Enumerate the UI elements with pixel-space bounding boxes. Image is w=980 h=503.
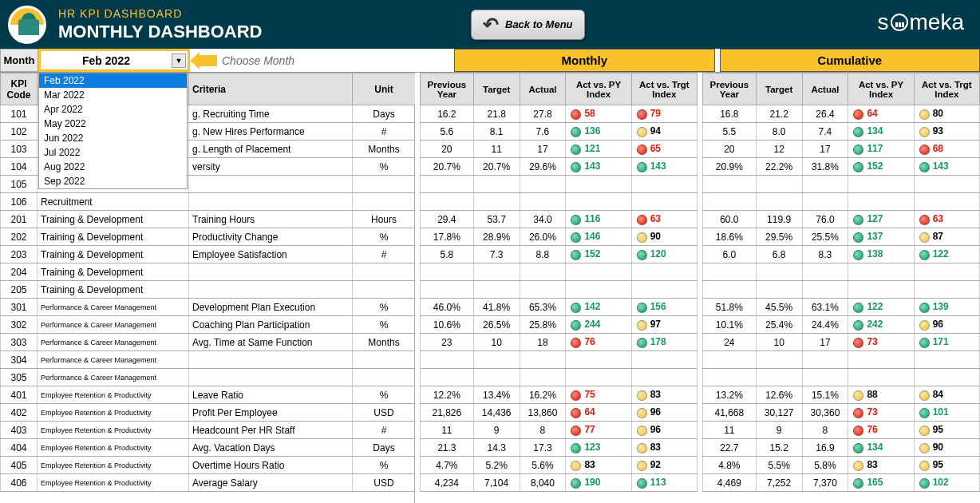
unit-cell: % [353, 158, 416, 176]
month-select[interactable]: Feb 2022 ▼ Feb 2022Mar 2022Apr 2022May 2… [38, 49, 190, 72]
value-cell: 18.6% [703, 228, 757, 246]
status-dot-icon [637, 162, 647, 172]
value-cell [473, 281, 520, 299]
chevron-down-icon[interactable]: ▼ [172, 53, 186, 68]
value-cell: 21.3 [421, 439, 474, 457]
table-row: 205 Training & Development [1, 281, 416, 299]
table-row: 17.8%28.9%26.0%14690 [421, 228, 697, 246]
month-option[interactable]: Apr 2022 [39, 102, 187, 117]
value-cell: 24.4% [802, 316, 848, 334]
unit-cell: USD [353, 474, 416, 492]
status-dot-icon [637, 215, 647, 225]
criteria-cell [189, 281, 353, 299]
status-dot-icon [853, 426, 863, 436]
status-dot-icon [919, 390, 930, 401]
month-option[interactable]: Aug 2022 [39, 160, 187, 174]
index-cell: 92 [631, 457, 697, 474]
index-cell: 80 [914, 105, 979, 123]
value-cell: 21.2 [756, 105, 802, 123]
table-row: 21,82614,43613,8606496 [421, 404, 697, 422]
value-cell: 7,370 [802, 474, 848, 492]
status-dot-icon [637, 461, 647, 471]
value-cell [756, 193, 802, 211]
header-prev-year-c: Previous Year [703, 73, 757, 105]
table-row: 16.221.827.85879 [421, 105, 697, 123]
header-subtitle: HR KPI DASHBOARD [58, 7, 262, 20]
table-row: 20121711768 [703, 141, 980, 158]
value-cell: 15.1% [802, 386, 848, 404]
status-dot-icon [919, 461, 930, 471]
index-cell: 134 [848, 439, 914, 457]
index-cell: 75 [566, 386, 631, 404]
value-cell: 13.4% [473, 386, 520, 404]
month-option[interactable]: Feb 2022 [39, 73, 187, 88]
header-titles: HR KPI DASHBOARD MONTHLY DASHBOARD [58, 7, 262, 42]
value-cell: 14.3 [473, 439, 520, 457]
back-to-menu-button[interactable]: ↶ Back to Menu [471, 10, 585, 40]
table-row [703, 369, 980, 386]
index-cell: 77 [566, 422, 631, 439]
header-kpi-code: KPI Code [1, 73, 38, 105]
criteria-cell: Training Hours [189, 211, 353, 228]
criteria-cell: Productivity Change [189, 228, 353, 246]
value-cell: 5.8 [421, 246, 474, 263]
value-cell: 4,234 [421, 474, 474, 492]
value-cell: 24 [703, 334, 757, 351]
status-dot-icon [853, 162, 863, 172]
table-row: 201 Training & Development Training Hour… [1, 211, 416, 228]
table-row: 404 Employee Retention & Productivity Av… [1, 439, 416, 457]
status-dot-icon [637, 408, 647, 418]
value-cell: 16.2 [421, 105, 474, 123]
table-row [703, 351, 980, 369]
table-row: 304 Performance & Career Management [1, 351, 416, 369]
value-cell: 9 [756, 422, 802, 439]
department-cell: Training & Development [38, 211, 189, 228]
header-target-c: Target [756, 73, 802, 105]
month-option[interactable]: Sep 2022 [39, 174, 187, 188]
index-cell: 117 [848, 141, 914, 158]
value-cell: 5.6 [421, 123, 474, 141]
value-cell: 8,040 [520, 474, 566, 492]
status-dot-icon [571, 232, 581, 243]
kpi-code-cell: 106 [1, 193, 38, 211]
index-cell: 139 [914, 299, 979, 316]
unit-cell [353, 263, 416, 281]
header-act-vs-py: Act vs. PY Index [566, 73, 631, 105]
value-cell [473, 193, 520, 211]
status-dot-icon [571, 215, 581, 225]
value-cell: 5.5 [703, 123, 757, 141]
value-cell: 25.8% [520, 316, 566, 334]
cumulative-tab: Cumulative [720, 49, 980, 72]
value-cell [802, 369, 848, 386]
month-option[interactable]: Jun 2022 [39, 131, 187, 145]
month-dropdown-list[interactable]: Feb 2022Mar 2022Apr 2022May 2022Jun 2022… [38, 73, 188, 189]
index-cell: 171 [914, 334, 979, 351]
value-cell: 5.5% [756, 457, 802, 474]
logo-chart-icon [891, 14, 908, 31]
unit-cell [353, 281, 416, 299]
status-dot-icon [853, 303, 863, 313]
index-cell: 152 [566, 246, 631, 263]
month-option[interactable]: Mar 2022 [39, 88, 187, 102]
table-row: 5.58.07.413493 [703, 123, 980, 141]
value-cell [756, 369, 802, 386]
status-dot-icon [571, 461, 581, 471]
department-cell: Performance & Career Management [38, 316, 189, 334]
kpi-code-cell: 205 [1, 281, 38, 299]
header-act-vs-trgt: Act vs. Trgt Index [631, 73, 697, 105]
criteria-cell: g. Recruiting Time [189, 105, 353, 123]
value-cell [802, 193, 848, 211]
status-dot-icon [571, 320, 581, 331]
kpi-code-cell: 105 [1, 176, 38, 193]
month-option[interactable]: May 2022 [39, 117, 187, 131]
status-dot-icon [853, 443, 863, 453]
table-row: 303 Performance & Career Management Avg.… [1, 334, 416, 351]
status-dot-icon [571, 408, 581, 418]
table-row: 4,4697,2527,370165102 [703, 474, 980, 492]
value-cell [421, 176, 474, 193]
month-option[interactable]: Jul 2022 [39, 145, 187, 160]
unit-cell: Days [353, 439, 416, 457]
value-cell: 34.0 [520, 211, 566, 228]
table-row: 11987796 [421, 422, 697, 439]
index-cell: 96 [631, 422, 697, 439]
